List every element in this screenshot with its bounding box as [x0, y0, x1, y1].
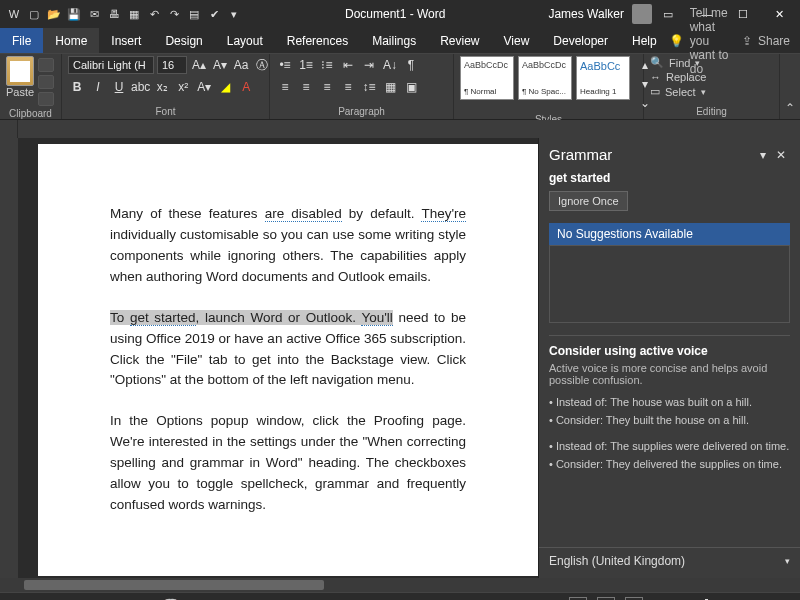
paste-button[interactable]: Paste [6, 86, 34, 98]
shrink-font-icon[interactable]: A▾ [211, 56, 229, 74]
save-icon[interactable]: 💾 [66, 6, 82, 22]
grammar-term: get started [539, 171, 800, 185]
pane-close-icon[interactable]: ✕ [772, 148, 790, 162]
superscript-icon[interactable]: x² [174, 78, 192, 96]
language-selector[interactable]: English (United Kingdom) ▾ [539, 547, 800, 578]
scroll-thumb[interactable] [24, 580, 324, 590]
avatar[interactable] [632, 4, 652, 24]
copy-button[interactable] [38, 75, 54, 89]
numbering-icon[interactable]: 1≡ [297, 56, 315, 74]
tab-layout[interactable]: Layout [215, 28, 275, 53]
font-name-select[interactable] [68, 56, 154, 74]
web-layout-icon[interactable] [625, 597, 643, 601]
share-label: Share [758, 34, 790, 48]
justify-icon[interactable]: ≡ [339, 78, 357, 96]
paste-icon[interactable] [6, 56, 34, 86]
paragraph-1[interactable]: Many of these features are disabled by d… [110, 204, 466, 288]
styles-gallery[interactable]: AaBbCcDc ¶ Normal AaBbCcDc ¶ No Spac... … [460, 56, 630, 100]
maximize-button[interactable]: ☐ [726, 3, 760, 25]
language-label: English (United Kingdom) [549, 554, 685, 568]
horizontal-scrollbar[interactable] [0, 578, 800, 592]
suggestions-box [549, 245, 790, 323]
underline-icon[interactable]: U [110, 78, 128, 96]
bullets-icon[interactable]: •≡ [276, 56, 294, 74]
redo-icon[interactable]: ↷ [166, 6, 182, 22]
tab-review[interactable]: Review [428, 28, 491, 53]
undo-icon[interactable]: ↶ [146, 6, 162, 22]
cut-button[interactable] [38, 58, 54, 72]
new-icon[interactable]: ▢ [26, 6, 42, 22]
clear-format-icon[interactable]: Ⓐ [253, 56, 271, 74]
tab-file[interactable]: File [0, 28, 43, 53]
tab-references[interactable]: References [275, 28, 360, 53]
ignore-once-button[interactable]: Ignore Once [549, 191, 628, 211]
group-label-font: Font [68, 104, 263, 119]
separator [549, 335, 790, 336]
increase-indent-icon[interactable]: ⇥ [360, 56, 378, 74]
email-icon[interactable]: ✉ [86, 6, 102, 22]
tab-insert[interactable]: Insert [99, 28, 153, 53]
paragraph-2[interactable]: To get started, launch Word or Outlook. … [110, 308, 466, 392]
decrease-indent-icon[interactable]: ⇤ [339, 56, 357, 74]
highlight-icon[interactable]: ◢ [216, 78, 234, 96]
show-marks-icon[interactable]: ¶ [402, 56, 420, 74]
chevron-down-icon: ▾ [785, 556, 790, 566]
style-no-spacing[interactable]: AaBbCcDc ¶ No Spac... [518, 56, 572, 100]
group-label-clipboard: Clipboard [6, 106, 55, 121]
style-heading1[interactable]: AaBbCc Heading 1 [576, 56, 630, 100]
no-suggestions-row[interactable]: No Suggestions Available [549, 223, 790, 245]
borders-icon[interactable]: ▣ [402, 78, 420, 96]
tab-design[interactable]: Design [153, 28, 214, 53]
align-right-icon[interactable]: ≡ [318, 78, 336, 96]
multilevel-icon[interactable]: ⁝≡ [318, 56, 336, 74]
close-button[interactable]: ✕ [762, 3, 796, 25]
workarea: Many of these features are disabled by d… [0, 138, 800, 578]
replace-button[interactable]: ↔Replace [650, 71, 706, 83]
page[interactable]: Many of these features are disabled by d… [38, 144, 538, 576]
find-button[interactable]: 🔍Find▾ [650, 56, 706, 69]
spelling-icon[interactable]: ✔ [206, 6, 222, 22]
collapse-ribbon-icon[interactable]: ⌃ [785, 101, 795, 115]
print-preview-icon[interactable]: 🖶 [106, 6, 122, 22]
format-painter-button[interactable] [38, 92, 54, 106]
paragraph-3[interactable]: In the Options popup window, click the P… [110, 411, 466, 516]
grammar-wavy: They're [421, 206, 466, 222]
user-name[interactable]: James Walker [548, 7, 624, 21]
tab-mailings[interactable]: Mailings [360, 28, 428, 53]
group-label-editing: Editing [650, 104, 773, 119]
text-effects-icon[interactable]: A▾ [195, 78, 213, 96]
line-spacing-icon[interactable]: ↕≡ [360, 78, 378, 96]
grow-font-icon[interactable]: A▴ [190, 56, 208, 74]
align-left-icon[interactable]: ≡ [276, 78, 294, 96]
tab-help[interactable]: Help [620, 28, 669, 53]
grammar-wavy: are disabled [265, 206, 342, 222]
print-layout-icon[interactable] [597, 597, 615, 601]
change-case-icon[interactable]: Aa [232, 56, 250, 74]
font-color-icon[interactable]: A [237, 78, 255, 96]
example-2b: • Consider: They delivered the supplies … [539, 458, 800, 476]
select-button[interactable]: ▭Select▾ [650, 85, 706, 98]
qat-more-icon[interactable]: ▾ [226, 6, 242, 22]
touch-mode-icon[interactable]: ▦ [126, 6, 142, 22]
document-area[interactable]: Many of these features are disabled by d… [18, 138, 538, 578]
style-normal[interactable]: AaBbCcDc ¶ Normal [460, 56, 514, 100]
italic-icon[interactable]: I [89, 78, 107, 96]
share-button[interactable]: ⇪ Share [742, 34, 790, 48]
pane-title: Grammar [549, 146, 612, 163]
open-icon[interactable]: 📂 [46, 6, 62, 22]
tab-view[interactable]: View [492, 28, 542, 53]
strikethrough-icon[interactable]: abc [131, 78, 150, 96]
ruler-horizontal[interactable] [0, 120, 800, 138]
tab-developer[interactable]: Developer [541, 28, 620, 53]
font-size-select[interactable] [157, 56, 187, 74]
ruler-vertical[interactable] [0, 138, 18, 578]
draw-table-icon[interactable]: ▤ [186, 6, 202, 22]
pane-options-icon[interactable]: ▾ [754, 148, 772, 162]
shading-icon[interactable]: ▦ [381, 78, 399, 96]
read-mode-icon[interactable] [569, 597, 587, 601]
bold-icon[interactable]: B [68, 78, 86, 96]
sort-icon[interactable]: A↓ [381, 56, 399, 74]
tab-home[interactable]: Home [43, 28, 99, 53]
align-center-icon[interactable]: ≡ [297, 78, 315, 96]
subscript-icon[interactable]: x₂ [153, 78, 171, 96]
